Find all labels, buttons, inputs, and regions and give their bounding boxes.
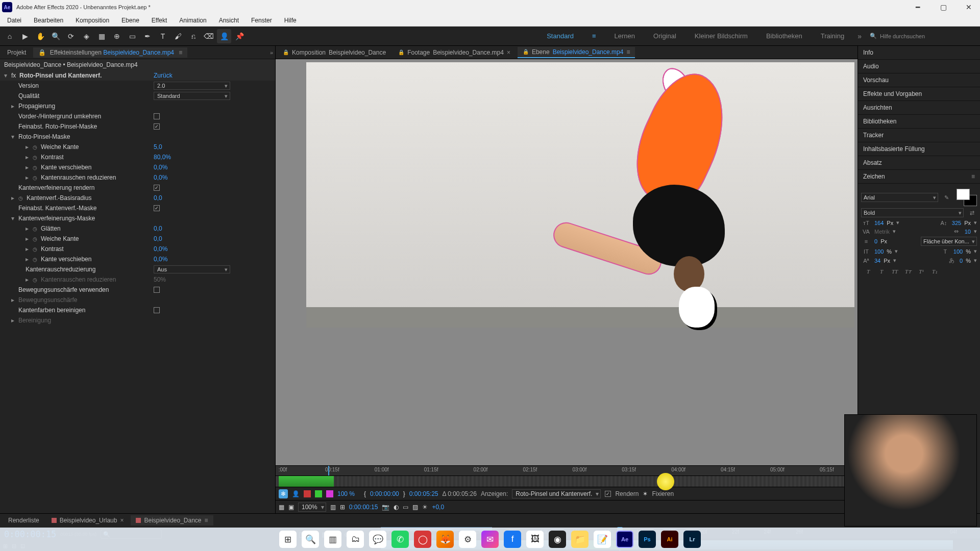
current-time[interactable]: 0:00:00:15 [349, 504, 378, 511]
panel-menu-icon[interactable]: ≡ [626, 48, 630, 56]
twirl-icon[interactable]: ▸ [26, 154, 33, 161]
tab-effekteinstellungen[interactable]: 🔒 Effekteinstellungen Beispielvideo_Danc… [33, 47, 187, 58]
twirl-icon[interactable]: ▾ [11, 133, 18, 140]
twirl-icon[interactable]: ▸ [26, 235, 33, 242]
region-icon[interactable]: ▭ [403, 504, 408, 511]
motion-blur-checkbox[interactable] [154, 287, 160, 293]
notepad-icon[interactable]: 📝 [594, 531, 611, 548]
base-radius-value[interactable]: 0,0 [154, 194, 162, 202]
fine-roto-checkbox[interactable]: ✓ [154, 123, 160, 130]
twirl-icon[interactable]: ▸ [26, 245, 33, 253]
minimize-button[interactable]: ━ [909, 3, 927, 11]
firefox-icon[interactable]: 🦊 [436, 531, 454, 548]
help-search[interactable]: 🔍 Hilfe durchsuchen [866, 33, 978, 39]
contrast2-value[interactable]: 0,0% [154, 245, 167, 253]
tsume[interactable]: 0 [960, 258, 963, 264]
smallcaps-icon[interactable]: Tᴛ [903, 268, 913, 275]
exposure-offset[interactable]: +0,0 [432, 504, 444, 511]
contrast-value[interactable]: 80,0% [154, 154, 171, 161]
menu-datei[interactable]: Datei [2, 16, 27, 25]
feather-value[interactable]: 5,0 [154, 143, 162, 151]
panel-contentaware[interactable]: Inhaltsbasierte Füllung [858, 142, 980, 156]
smooth-value[interactable]: 0,0 [154, 225, 162, 232]
shift2-value[interactable]: 0,0% [154, 256, 167, 263]
menu-effekt[interactable]: Effekt [146, 16, 172, 25]
start-icon[interactable]: ⊞ [279, 531, 297, 548]
feather2-value[interactable]: 0,0 [154, 235, 162, 242]
bold-icon[interactable]: T [863, 268, 873, 275]
in-point[interactable]: 0:00:00:00 [370, 490, 399, 497]
twirl-icon[interactable]: ▸ [26, 256, 33, 263]
roto-propagation-track[interactable] [276, 475, 857, 487]
workspace-kleiner[interactable]: Kleiner Bildschirm [685, 32, 757, 40]
stopwatch-icon[interactable]: ◷ [33, 175, 41, 181]
hscale[interactable]: 100 [953, 248, 963, 255]
workspace-lernen[interactable]: Lernen [605, 32, 644, 40]
layer-time-ruler[interactable]: :00f 00:15f 01:00f 01:15f 02:00f 02:15f … [276, 465, 857, 475]
menu-ansicht[interactable]: Ansicht [214, 16, 244, 25]
res-icon[interactable]: ▥ [330, 504, 336, 511]
alpha-icon[interactable]: 👤 [292, 490, 300, 497]
menu-bearbeiten[interactable]: Bearbeiten [29, 16, 68, 25]
view-option-dropdown[interactable]: Roto-Pinsel und Kantenverf. [512, 489, 601, 498]
exposure-icon[interactable]: ☀ [422, 504, 428, 511]
stopwatch-icon[interactable]: ◷ [33, 246, 41, 252]
panel-audio[interactable]: Audio [858, 60, 980, 73]
obs-icon[interactable]: ◉ [549, 531, 566, 548]
allcaps-icon[interactable]: TT [890, 268, 900, 275]
rotate-tool-icon[interactable]: ◈ [79, 29, 93, 43]
quality-dropdown[interactable]: Standard [154, 92, 230, 100]
fill-stroke-swatches[interactable] [954, 189, 977, 206]
current-time-indicator[interactable] [328, 466, 329, 475]
swap-icon[interactable]: ⇄ [967, 210, 977, 216]
taskview-icon[interactable]: ▥ [324, 531, 341, 548]
tab-footage[interactable]: 🔒 Footage Beispielvideo_Dance.mp4 × [393, 47, 516, 58]
photoshop-icon[interactable]: Ps [639, 531, 656, 548]
italic-icon[interactable]: T [876, 268, 887, 275]
camera-tool-icon[interactable]: ▦ [94, 29, 109, 43]
stopwatch-icon[interactable]: ◷ [33, 155, 41, 160]
app-icon[interactable]: ◯ [414, 531, 431, 548]
twirl-icon[interactable]: ▸ [26, 164, 33, 171]
out-point[interactable]: 0:00:05:25 [409, 490, 438, 497]
rendern-checkbox[interactable]: ✓ [605, 491, 611, 497]
font-family-dropdown[interactable]: Arial [861, 193, 938, 202]
stroke-width[interactable]: 0 [874, 238, 877, 244]
panel-menu-icon[interactable]: ≡ [205, 517, 208, 524]
panel-menu-icon[interactable]: ≡ [179, 49, 182, 56]
baseline[interactable]: 34 [874, 258, 880, 264]
twirl-icon[interactable]: ▸ [26, 143, 33, 151]
stopwatch-icon[interactable]: ◷ [33, 165, 41, 170]
explorer-icon[interactable]: 🗂 [347, 531, 364, 548]
workspace-training[interactable]: Training [812, 32, 853, 40]
workspace-original[interactable]: Original [644, 32, 685, 40]
stopwatch-icon[interactable]: ◷ [33, 257, 41, 262]
decon-checkbox[interactable] [154, 307, 160, 313]
workspace-menu-icon[interactable]: ≡ [583, 32, 605, 40]
puppet-tool-icon[interactable]: 📌 [232, 29, 247, 43]
render-edge-checkbox[interactable]: ✓ [154, 185, 160, 191]
panel-menu-icon[interactable]: ≡ [971, 173, 975, 180]
tab-composition[interactable]: 🔒 Komposition Beispielvideo_Dance [278, 47, 391, 58]
clone-tool-icon[interactable]: ⎌ [186, 29, 201, 43]
app-icon[interactable]: ⚙ [459, 531, 476, 548]
stopwatch-icon[interactable]: ◷ [33, 226, 41, 232]
toggle-icon[interactable]: ◐ [394, 504, 399, 511]
zoom-tool-icon[interactable]: 🔍 [48, 29, 63, 43]
brush-tool-icon[interactable]: 🖌 [171, 29, 185, 43]
lightroom-icon[interactable]: Lr [683, 531, 701, 548]
selection-tool-icon[interactable]: ▶ [18, 29, 32, 43]
after-effects-icon[interactable]: Ae [616, 531, 633, 548]
brush-pct[interactable]: 100 % [337, 490, 355, 497]
workspace-overflow-icon[interactable]: » [853, 32, 866, 40]
eraser-tool-icon[interactable]: ⌫ [202, 29, 216, 43]
pen-tool-icon[interactable]: ✒ [140, 29, 155, 43]
freeze-icon[interactable]: ✶ [643, 490, 648, 497]
kerning-dropdown[interactable]: Metrik [874, 229, 890, 235]
illustrator-icon[interactable]: Ai [661, 531, 678, 548]
shape-tool-icon[interactable]: ▭ [125, 29, 139, 43]
zoom-dropdown[interactable]: 100% [298, 503, 326, 512]
panel-tracker[interactable]: Tracker [858, 129, 980, 142]
maximize-button[interactable]: ▢ [934, 3, 952, 11]
effect-name[interactable]: Roto-Pinsel und Kantenverf. [19, 72, 102, 79]
